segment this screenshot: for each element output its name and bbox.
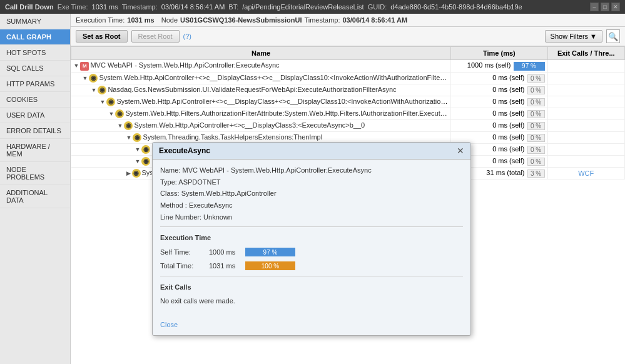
popup-name-value: MVC WebAPI - System.Web.Http.ApiControll…: [182, 166, 371, 174]
expand-icon[interactable]: ▼: [135, 146, 141, 153]
expand-icon[interactable]: ▼: [91, 87, 97, 93]
sub-header: Execution Time: 1031 ms Node US01GCSWQ13…: [71, 14, 625, 27]
sidebar-item-cookies[interactable]: COOKIES: [0, 92, 70, 108]
table-row[interactable]: ▼◉System.Web.Http.ApiController+<>c__Dis…: [71, 73, 625, 84]
sidebar-item-user-data[interactable]: USER DATA: [0, 108, 70, 123]
expand-icon[interactable]: ▼: [109, 111, 114, 117]
sidebar-item-summary[interactable]: SUMMARY: [0, 14, 70, 29]
row-exit: [547, 120, 625, 132]
sidebar-item-call-graph[interactable]: CALL GRAPH: [0, 29, 70, 45]
sidebar-item-node-problems[interactable]: NODE PROBLEMS: [0, 162, 70, 185]
sidebar-item-hardware-mem[interactable]: HARDWARE / MEM: [0, 139, 70, 162]
row-name: System.Threading.Tasks.TaskHelpersExtens…: [143, 133, 322, 141]
sidebar-item-hot-spots[interactable]: HOT SPOTS: [0, 45, 70, 61]
col-name: Name: [71, 47, 451, 60]
row-exit: [547, 84, 625, 96]
row-name: Nasdaq.Gcs.NewsSubmission.UI.ValidateReq…: [108, 86, 396, 93]
zero-bar: 3 %: [527, 169, 545, 178]
expand-icon[interactable]: ▼: [135, 158, 141, 164]
help-link[interactable]: (?): [183, 33, 191, 40]
row-name: System.Web.Http.Filters.AuthorizationFil…: [125, 109, 450, 117]
table-row[interactable]: ▼MMVC WebAPI - System.Web.Http.ApiContro…: [71, 60, 625, 73]
col-exit: Exit Calls / Thre...: [547, 47, 625, 60]
toolbar: Set as Root Reset Root (?) Show Filters …: [71, 27, 625, 46]
popup-type-label: Type:: [160, 178, 177, 186]
row-time: 1000 ms (self)97 %: [451, 60, 547, 73]
wcf-link[interactable]: WCF: [578, 169, 594, 177]
top-bt-label: BT:: [228, 3, 238, 11]
popup-line-row: Line Number: Unknown: [160, 211, 463, 223]
row-exit: [547, 144, 625, 156]
popup-divider1: [160, 226, 463, 227]
popup-close-link[interactable]: Close: [160, 321, 178, 328]
reset-root-button[interactable]: Reset Root: [131, 30, 180, 43]
popup-total-bar: 100 %: [245, 261, 295, 270]
row-time: 0 ms (self)0 %: [451, 96, 547, 108]
popup-header: ExecuteAsync ✕: [153, 143, 470, 159]
popup-line-label: Line Number:: [160, 213, 201, 221]
table-row[interactable]: ▼◉System.Web.Http.ApiController+<>c__Dis…: [71, 96, 625, 108]
zero-bar: 0 %: [527, 134, 545, 142]
zero-bar: 0 %: [527, 110, 545, 118]
progress-bar: 97 %: [514, 62, 545, 71]
table-row[interactable]: ▼◉Nasdaq.Gcs.NewsSubmission.UI.ValidateR…: [71, 84, 625, 96]
top-ts-value: 03/06/14 8:56:41 AM: [161, 3, 225, 11]
sidebar-item-error-details[interactable]: ERROR DETAILS: [0, 123, 70, 139]
top-guid-value: d4ade880-6d51-4b50-898d-84d66ba4b19e: [390, 3, 522, 11]
close-button[interactable]: ✕: [611, 3, 620, 11]
popup-class-row: Class: System.Web.Http.ApiController: [160, 188, 463, 200]
row-time: 0 ms (self)0 %: [451, 84, 547, 96]
expand-icon[interactable]: ▼: [83, 75, 88, 81]
popup-dialog: ExecuteAsync ✕ Name: MVC WebAPI - System…: [152, 142, 471, 336]
row-name: System.Web.Http.ApiController+<>c__Displ…: [134, 121, 365, 129]
maximize-button[interactable]: □: [601, 3, 609, 11]
table-row[interactable]: ▼◉System.Web.Http.Filters.AuthorizationF…: [71, 108, 625, 120]
minimize-button[interactable]: –: [590, 3, 599, 11]
set-root-button[interactable]: Set as Root: [76, 30, 128, 43]
mvc-icon: M: [80, 62, 89, 71]
sidebar-item-sql-calls[interactable]: SQL CALLS: [0, 61, 70, 76]
col-time: Time (ms): [451, 47, 547, 60]
sidebar-item-http-params[interactable]: HTTP PARAMS: [0, 76, 70, 92]
popup-close-button[interactable]: ✕: [457, 146, 464, 156]
yellow-icon: ◉: [124, 121, 133, 130]
content-area: Execution Time: 1031 ms Node US01GCSWQ13…: [71, 14, 625, 364]
expand-icon[interactable]: ▼: [118, 123, 123, 129]
yellow-icon: ◉: [141, 157, 150, 166]
row-time: 0 ms (self)0 %: [451, 73, 547, 84]
popup-exit-text: No exit calls were made.: [160, 295, 463, 307]
expand-icon[interactable]: ▼: [100, 99, 106, 105]
row-exit: WCF: [547, 168, 625, 179]
row-exit: [547, 156, 625, 168]
expand-icon[interactable]: ▼: [74, 63, 79, 69]
row-name: System.Web.Http.ApiController+<>c__Displ…: [116, 98, 450, 105]
top-bar: Call Drill Down Exe Time: 1031 ms Timest…: [0, 0, 625, 14]
top-ts-label: Timestamp:: [122, 3, 158, 11]
row-exit: [547, 108, 625, 120]
popup-self-label: Self Time:: [160, 246, 204, 258]
row-time: 0 ms (self)0 %: [451, 120, 547, 132]
sidebar-item-additional-data[interactable]: ADDITIONAL DATA: [0, 185, 70, 208]
expand-icon[interactable]: ▶: [126, 170, 131, 176]
zero-bar: 0 %: [527, 74, 545, 83]
popup-body: Name: MVC WebAPI - System.Web.Http.ApiCo…: [153, 159, 470, 335]
search-box[interactable]: 🔍: [606, 29, 620, 43]
subheader-ts-label: Timestamp:: [304, 16, 340, 24]
popup-divider2: [160, 276, 463, 276]
popup-type-value: ASPDOTNET: [178, 178, 220, 186]
yellow-icon: ◉: [115, 109, 124, 118]
zero-bar: 0 %: [527, 98, 545, 106]
popup-name-row: Name: MVC WebAPI - System.Web.Http.ApiCo…: [160, 164, 463, 176]
popup-exit-title: Exit Calls: [160, 281, 463, 293]
popup-type-row: Type: ASPDOTNET: [160, 176, 463, 188]
popup-title: ExecuteAsync: [159, 146, 210, 155]
top-exe-label: Exe Time:: [58, 3, 88, 11]
expand-icon[interactable]: ▼: [126, 134, 132, 141]
row-exit: [547, 60, 625, 73]
show-filters-button[interactable]: Show Filters ▼: [545, 30, 602, 43]
table-row[interactable]: ▼◉System.Web.Http.ApiController+<>c__Dis…: [71, 120, 625, 132]
yellow-icon: ◉: [133, 133, 141, 142]
yellow-icon: ◉: [89, 74, 98, 83]
zero-bar: 0 %: [527, 158, 545, 166]
row-exit: [547, 132, 625, 144]
